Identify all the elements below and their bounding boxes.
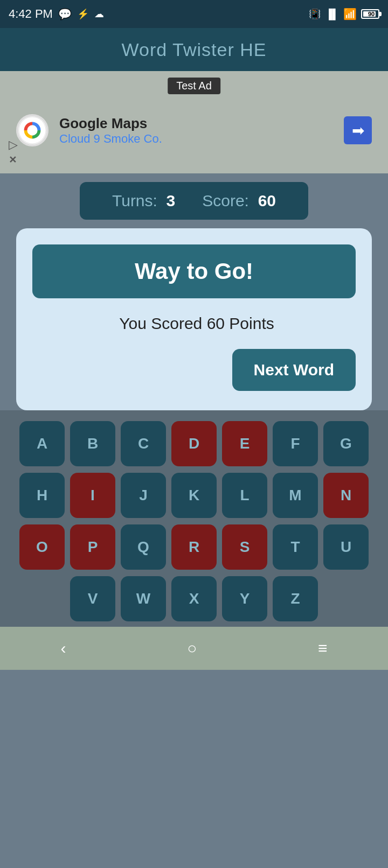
signal-icon: ▐▌ (325, 9, 339, 20)
svg-point-0 (19, 117, 46, 144)
key-m[interactable]: M (273, 473, 318, 518)
battery-icon: 90 (361, 9, 379, 19)
key-o[interactable]: O (19, 524, 65, 570)
ad-arrow-icon[interactable]: ➡ (344, 116, 372, 144)
home-button[interactable]: ○ (171, 634, 213, 663)
dialog-score-text: You Scored 60 Points (32, 314, 356, 333)
dialog-actions: Next Word (32, 349, 356, 391)
usb-icon: ⚡ (77, 8, 89, 20)
status-bar: 4:42 PM 💬 ⚡ ☁ 📳 ▐▌ 📶 90 (0, 0, 388, 28)
key-r[interactable]: R (171, 524, 217, 570)
status-right: 📳 ▐▌ 📶 90 (309, 8, 379, 20)
key-j[interactable]: J (121, 473, 166, 518)
key-a[interactable]: A (19, 421, 65, 466)
key-row-0: ABCDEFG (8, 421, 380, 466)
key-y[interactable]: Y (222, 576, 267, 621)
google-logo (16, 114, 48, 146)
ad-close-icon[interactable]: ✕ (9, 154, 18, 166)
key-g[interactable]: G (323, 421, 369, 466)
back-button[interactable]: ‹ (44, 634, 82, 663)
score-box: Turns: 3 Score: 60 (80, 182, 308, 220)
ad-play-icon[interactable]: ▷ (9, 138, 18, 152)
key-row-1: HIJKLMN (8, 473, 380, 518)
nav-bar: ‹ ○ ≡ (0, 627, 388, 670)
key-u[interactable]: U (323, 524, 369, 570)
key-s[interactable]: S (222, 524, 267, 570)
key-q[interactable]: Q (121, 524, 166, 570)
key-e[interactable]: E (222, 421, 267, 466)
keyboard-area: ABCDEFGHIJKLMNOPQRSTUVWXYZ (0, 410, 388, 627)
key-row-3: VWXYZ (8, 576, 380, 621)
ad-banner: Test Ad Google Maps Cloud 9 Smoke Co. ➡ … (0, 71, 388, 173)
app-header: Word Twister HE (0, 28, 388, 71)
key-d[interactable]: D (171, 421, 217, 466)
score-bar: Turns: 3 Score: 60 (0, 173, 388, 228)
key-b[interactable]: B (70, 421, 115, 466)
key-t[interactable]: T (273, 524, 318, 570)
ad-controls: ▷ ✕ (9, 138, 18, 166)
status-left: 4:42 PM 💬 ⚡ ☁ (9, 7, 104, 21)
dialog-title: Way to Go! (32, 244, 356, 298)
key-x[interactable]: X (171, 576, 217, 621)
dialog-area: Way to Go! You Scored 60 Points Next Wor… (0, 228, 388, 410)
key-z[interactable]: Z (273, 576, 318, 621)
key-row-2: OPQRSTU (8, 524, 380, 570)
key-f[interactable]: F (273, 421, 318, 466)
turns-label: Turns: 3 (112, 192, 175, 210)
ad-company: Google Maps (59, 115, 162, 132)
key-k[interactable]: K (171, 473, 217, 518)
ad-text: Google Maps Cloud 9 Smoke Co. (59, 115, 162, 146)
whatsapp-icon: 💬 (58, 8, 72, 20)
key-c[interactable]: C (121, 421, 166, 466)
score-value: 60 (258, 192, 276, 209)
ad-subtitle: Cloud 9 Smoke Co. (59, 132, 162, 146)
key-h[interactable]: H (19, 473, 65, 518)
cloud-icon: ☁ (94, 8, 104, 20)
key-i[interactable]: I (70, 473, 115, 518)
turns-value: 3 (167, 192, 176, 209)
next-word-button[interactable]: Next Word (232, 349, 356, 391)
key-w[interactable]: W (121, 576, 166, 621)
key-p[interactable]: P (70, 524, 115, 570)
key-v[interactable]: V (70, 576, 115, 621)
key-l[interactable]: L (222, 473, 267, 518)
app-title: Word Twister HE (122, 39, 267, 60)
vibrate-icon: 📳 (309, 8, 321, 20)
dialog-card: Way to Go! You Scored 60 Points Next Wor… (16, 228, 372, 410)
ad-logo-area: Google Maps Cloud 9 Smoke Co. (16, 114, 162, 146)
key-n[interactable]: N (323, 473, 369, 518)
ad-content[interactable]: Google Maps Cloud 9 Smoke Co. ➡ (0, 114, 388, 146)
menu-button[interactable]: ≡ (302, 634, 344, 663)
time-display: 4:42 PM (9, 7, 53, 21)
wifi-icon: 📶 (343, 8, 357, 20)
score-label: Score: 60 (202, 192, 276, 210)
ad-label: Test Ad (168, 78, 220, 94)
